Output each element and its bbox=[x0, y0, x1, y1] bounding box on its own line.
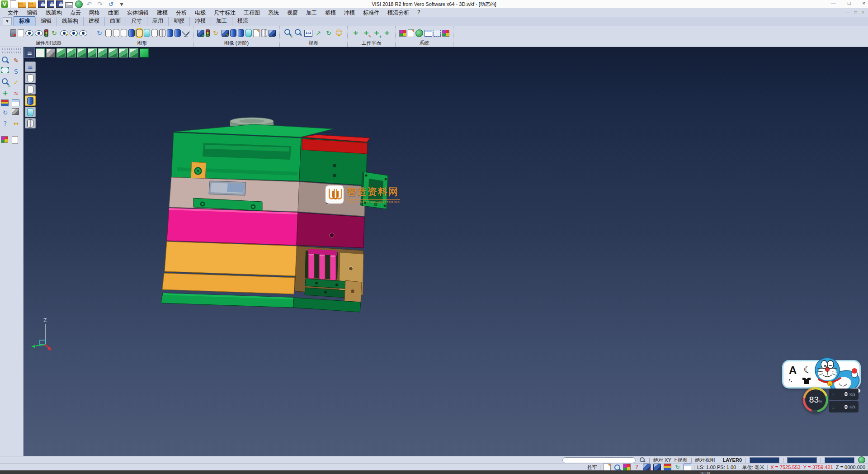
status-field-3[interactable] bbox=[825, 457, 854, 463]
upload-speed-widget[interactable]: ↑ 0 K/s bbox=[829, 389, 859, 400]
menu-item-13[interactable]: 系统 bbox=[264, 8, 283, 18]
view-back-icon[interactable] bbox=[129, 48, 138, 57]
view-ne-icon[interactable] bbox=[108, 48, 118, 57]
view-isometric-icon[interactable] bbox=[77, 48, 86, 57]
view-sw-icon-button[interactable] bbox=[87, 48, 97, 57]
mdi-minimize-button[interactable]: — bbox=[845, 10, 850, 15]
profile-palette-icon[interactable] bbox=[1, 136, 8, 143]
view-front-icon-button[interactable] bbox=[56, 48, 66, 57]
edit-entities-icon[interactable]: ✎ bbox=[12, 56, 21, 65]
units-label[interactable]: 单位: 毫米 bbox=[742, 464, 764, 471]
panel-grip[interactable] bbox=[2, 52, 21, 53]
regenerate-icon[interactable]: ↻ bbox=[95, 28, 104, 38]
menu-item-18[interactable]: 标准件 bbox=[359, 8, 383, 18]
tab-dropdown-button[interactable]: ▼ bbox=[3, 17, 12, 25]
attribute-page-icon[interactable] bbox=[408, 29, 414, 37]
render-settings-icon[interactable] bbox=[182, 29, 189, 37]
show-all-icon[interactable]: + bbox=[70, 30, 78, 36]
layer-cylinder-wire-icon[interactable] bbox=[27, 119, 33, 128]
mold-assembly-model[interactable]: Z bbox=[24, 47, 868, 456]
selection-settings-icon[interactable] bbox=[434, 30, 441, 37]
menu-item-19[interactable]: 模流分析 bbox=[383, 8, 413, 18]
layer-cylinder-outline-2-icon-button[interactable] bbox=[25, 84, 36, 95]
grid-page-icon[interactable] bbox=[442, 30, 449, 37]
view-shaded-icon[interactable] bbox=[140, 48, 149, 57]
status-field-2[interactable] bbox=[787, 457, 817, 463]
viewbar-menu-icon[interactable]: ≡ bbox=[26, 49, 34, 57]
visibility-filter-icon[interactable] bbox=[44, 29, 48, 37]
workplane-align-icon[interactable]: + bbox=[382, 28, 392, 38]
window-settings-icon[interactable] bbox=[425, 30, 432, 37]
document-sheet-icon[interactable] bbox=[12, 136, 18, 144]
workplane-edit-icon[interactable]: +✎ bbox=[362, 28, 371, 38]
layer-cylinder-outline-2-icon[interactable] bbox=[27, 85, 33, 94]
solid-view-dark-icon[interactable] bbox=[230, 29, 236, 37]
show-entities-icon[interactable]: + bbox=[25, 30, 33, 36]
menu-item-20[interactable]: ? bbox=[413, 8, 425, 18]
close-button[interactable]: × bbox=[863, 0, 865, 6]
view-se-icon-button[interactable] bbox=[98, 48, 107, 57]
view-wireframe-icon-button[interactable] bbox=[35, 48, 45, 57]
memory-gauge-widget[interactable]: 83 % bbox=[803, 387, 828, 412]
view-sw-icon[interactable] bbox=[88, 48, 97, 57]
layer-cylinder-outline-1-icon-button[interactable] bbox=[25, 73, 36, 83]
refresh-view-icon[interactable]: ↻ bbox=[1, 108, 10, 117]
layer-cylinder-wire-icon-button[interactable] bbox=[25, 118, 36, 128]
snap-lock-label[interactable]: 拴牢 bbox=[587, 464, 597, 471]
shaded-edges-style-icon[interactable] bbox=[136, 29, 142, 37]
toolbar-tab-11[interactable]: 模流 bbox=[232, 17, 253, 26]
ejector-pins[interactable] bbox=[308, 253, 336, 281]
ime-punctuation[interactable]: ’· bbox=[789, 378, 793, 384]
layer-menu-icon-button[interactable]: ≡ bbox=[25, 62, 36, 72]
export-cube-icon[interactable]: ↗ bbox=[643, 464, 651, 471]
hide-entities-icon[interactable]: − bbox=[35, 30, 43, 36]
menu-item-17[interactable]: 冲模 bbox=[340, 8, 359, 18]
hide-all-icon[interactable]: − bbox=[79, 30, 87, 36]
help-icon[interactable]: ? bbox=[1, 119, 10, 128]
maximize-button[interactable]: □ bbox=[848, 0, 851, 6]
shaded-style-icon[interactable] bbox=[128, 29, 135, 37]
layer-menu-icon[interactable]: ≡ bbox=[26, 62, 35, 71]
view-ne-icon-button[interactable] bbox=[108, 48, 118, 57]
style-apply-icon[interactable] bbox=[175, 29, 181, 37]
view-top-icon-button[interactable] bbox=[46, 48, 55, 57]
toolbar-tab-2[interactable]: 编辑 bbox=[35, 17, 57, 26]
solid-cube-icon[interactable] bbox=[269, 30, 276, 37]
copy-attributes-icon[interactable] bbox=[18, 29, 24, 37]
view-right-icon[interactable] bbox=[67, 48, 76, 57]
minimize-button[interactable]: — bbox=[831, 0, 836, 6]
help-mode-icon[interactable]: ? bbox=[633, 464, 640, 471]
toolbar-tab-10[interactable]: 加工 bbox=[211, 17, 232, 26]
rotate-mode-icon[interactable]: ↻ bbox=[674, 464, 681, 471]
calculator-icon[interactable] bbox=[623, 464, 631, 471]
hidden-line-style-icon[interactable] bbox=[113, 29, 119, 37]
layer-cylinder-outline-1-icon[interactable] bbox=[27, 74, 33, 82]
system-settings-icon[interactable] bbox=[415, 29, 423, 37]
snap-cube-icon[interactable] bbox=[653, 464, 661, 471]
render-refresh-icon[interactable]: ↻ bbox=[211, 28, 220, 38]
toggle-visibility-icon[interactable]: ± bbox=[60, 30, 68, 36]
view-nw-icon[interactable] bbox=[119, 48, 128, 57]
add-render-entities-icon[interactable]: + bbox=[197, 30, 204, 37]
delete-attributes-icon[interactable] bbox=[10, 29, 16, 37]
mdi-close-button[interactable]: × bbox=[862, 10, 864, 15]
view-back-icon-button[interactable] bbox=[129, 48, 138, 57]
layer-cylinder-solid-icon-button[interactable] bbox=[25, 95, 36, 106]
move-axes-icon[interactable]: + bbox=[1, 89, 10, 98]
list-panel-icon[interactable] bbox=[664, 464, 671, 471]
layer-cylinder-solid-icon[interactable] bbox=[27, 97, 33, 105]
toolbar-tab-6[interactable]: 尺寸 bbox=[126, 17, 147, 26]
draft-mode-icon[interactable] bbox=[603, 464, 611, 471]
view-top-icon[interactable] bbox=[46, 48, 55, 57]
active-layer-label[interactable]: LAYER0 bbox=[723, 457, 742, 463]
view-front-icon[interactable] bbox=[57, 48, 66, 57]
solid-view-icon[interactable] bbox=[238, 29, 244, 37]
grid-window-icon[interactable] bbox=[684, 464, 691, 471]
viewport-3d[interactable]: Z ≡ ≡ 智造资料网 INTELLIGENT MANUFACTURING bbox=[24, 47, 868, 456]
scale-label[interactable]: LS: 1.00 PS: 1.00 bbox=[697, 465, 736, 470]
view-mode-label[interactable]: 绝对 XY 上视图 bbox=[653, 457, 688, 464]
view-shaded-icon-button[interactable] bbox=[139, 48, 149, 57]
zoom-1-1-icon[interactable]: 1:1 bbox=[304, 30, 312, 37]
mdi-restore-button[interactable]: □ bbox=[854, 10, 857, 15]
workplane-entity-icon[interactable]: ++ bbox=[372, 28, 381, 38]
